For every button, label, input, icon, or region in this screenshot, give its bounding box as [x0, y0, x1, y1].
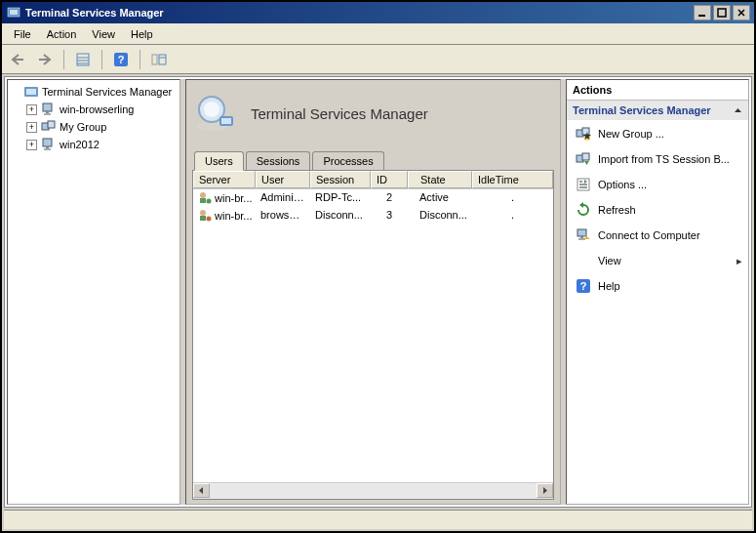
minimize-button[interactable] [694, 5, 711, 20]
action-import[interactable]: Import from TS Session B... [567, 146, 748, 172]
svg-rect-20 [43, 139, 52, 146]
group-icon [41, 119, 57, 135]
tree-root-label: Terminal Services Manager [42, 86, 172, 98]
tree-item-label: win2012 [60, 139, 99, 150]
menu-bar: File Action View Help [2, 23, 754, 45]
tab-sessions[interactable]: Sessions [246, 151, 311, 170]
main-pane: Terminal Services Manager Users Sessions… [185, 79, 561, 505]
submenu-arrow-icon: ▸ [736, 255, 742, 267]
action-view[interactable]: View ▸ [567, 248, 748, 273]
app-icon [6, 5, 21, 20]
svg-rect-44 [577, 229, 586, 236]
column-id[interactable]: ID [371, 171, 408, 188]
refresh-icon [575, 202, 592, 218]
user-session-icon [198, 191, 212, 205]
svg-point-30 [207, 199, 212, 204]
scroll-track[interactable] [210, 483, 537, 499]
column-session[interactable]: Session [310, 171, 371, 188]
close-button[interactable] [733, 5, 750, 20]
tab-content: Server User Session ID State IdleTime wi… [192, 170, 554, 500]
import-icon [575, 151, 592, 167]
column-server[interactable]: Server [193, 171, 256, 188]
actions-context[interactable]: Terminal Services Manager [567, 101, 748, 121]
status-bar [4, 510, 752, 529]
svg-rect-39 [582, 153, 589, 160]
back-button[interactable] [6, 48, 29, 71]
toolbar-separator [101, 50, 102, 69]
expand-icon[interactable]: + [26, 140, 37, 150]
menu-help[interactable]: Help [123, 26, 161, 42]
svg-rect-29 [200, 198, 206, 203]
properties-button[interactable] [71, 48, 95, 71]
show-hide-button[interactable] [147, 48, 171, 71]
svg-rect-32 [200, 216, 206, 221]
horizontal-scrollbar[interactable] [193, 482, 553, 499]
column-idletime[interactable]: IdleTime [472, 171, 553, 188]
action-help[interactable]: ? Help [567, 273, 748, 299]
scroll-left-icon[interactable] [193, 483, 210, 498]
action-options[interactable]: Options ... [567, 172, 748, 197]
svg-rect-21 [46, 146, 49, 148]
tab-users[interactable]: Users [194, 151, 244, 171]
cell-state: Disconn... [408, 208, 472, 224]
svg-rect-2 [698, 15, 705, 17]
svg-rect-15 [43, 103, 52, 111]
options-icon [575, 177, 592, 192]
expand-icon[interactable]: + [26, 122, 37, 133]
server-icon [41, 137, 57, 152]
connect-icon [575, 227, 592, 243]
expand-icon[interactable]: + [26, 104, 37, 115]
svg-rect-27 [221, 118, 231, 124]
table-body[interactable]: win-br... Administ... RDP-Tc... 2 Active… [193, 189, 553, 482]
cell-id: 2 [371, 190, 408, 206]
forward-button[interactable] [33, 48, 57, 71]
menu-action[interactable]: Action [39, 26, 85, 42]
table-row[interactable]: win-br... browserl... Disconn... 3 Disco… [193, 207, 553, 225]
svg-rect-19 [48, 121, 55, 128]
actions-context-label: Terminal Services Manager [573, 104, 711, 116]
app-window: Terminal Services Manager File Action Vi… [0, 0, 756, 533]
cell-session: RDP-Tc... [310, 190, 371, 206]
body: Terminal Services Manager + win-browserl… [4, 76, 752, 508]
svg-rect-45 [580, 236, 583, 238]
help-button[interactable]: ? [109, 48, 133, 71]
help-icon: ? [575, 278, 592, 294]
tree-root[interactable]: Terminal Services Manager [11, 83, 177, 101]
svg-point-25 [204, 102, 219, 117]
svg-point-31 [200, 210, 206, 216]
server-icon [41, 102, 57, 117]
cell-id: 3 [371, 208, 408, 224]
column-user[interactable]: User [256, 171, 310, 188]
user-session-icon [198, 209, 212, 223]
maximize-button[interactable] [713, 5, 731, 20]
menu-view[interactable]: View [84, 26, 123, 42]
new-group-icon: ★ [575, 126, 592, 142]
main-header: Terminal Services Manager [192, 86, 554, 150]
tree-pane[interactable]: Terminal Services Manager + win-browserl… [7, 79, 180, 505]
action-label: Refresh [598, 204, 742, 216]
tree-item[interactable]: + My Group [26, 118, 177, 136]
tabs: Users Sessions Processes [192, 150, 554, 170]
window-title: Terminal Services Manager [25, 7, 694, 19]
collapse-icon[interactable] [734, 106, 742, 115]
svg-text:?: ? [118, 54, 125, 65]
action-new-group[interactable]: ★ New Group ... [567, 121, 748, 146]
blank-icon [575, 253, 592, 268]
svg-text:?: ? [580, 280, 587, 292]
action-label: Connect to Computer [598, 229, 742, 241]
toolbar-separator [63, 50, 64, 69]
table-row[interactable]: win-br... Administ... RDP-Tc... 2 Active… [193, 189, 553, 207]
scroll-right-icon[interactable] [537, 483, 553, 498]
action-refresh[interactable]: Refresh [567, 197, 748, 223]
cell-idle: . [472, 190, 553, 206]
tree-item[interactable]: + win-browserling [26, 101, 177, 118]
action-label: View [598, 255, 736, 266]
menu-file[interactable]: File [6, 26, 39, 42]
tree-item-label: My Group [60, 121, 106, 133]
tab-processes[interactable]: Processes [312, 151, 383, 170]
svg-text:★: ★ [582, 130, 591, 142]
action-connect[interactable]: Connect to Computer [567, 223, 748, 248]
tree-item[interactable]: + win2012 [26, 136, 177, 153]
action-label: New Group ... [598, 128, 742, 140]
column-state[interactable]: State [408, 171, 472, 188]
